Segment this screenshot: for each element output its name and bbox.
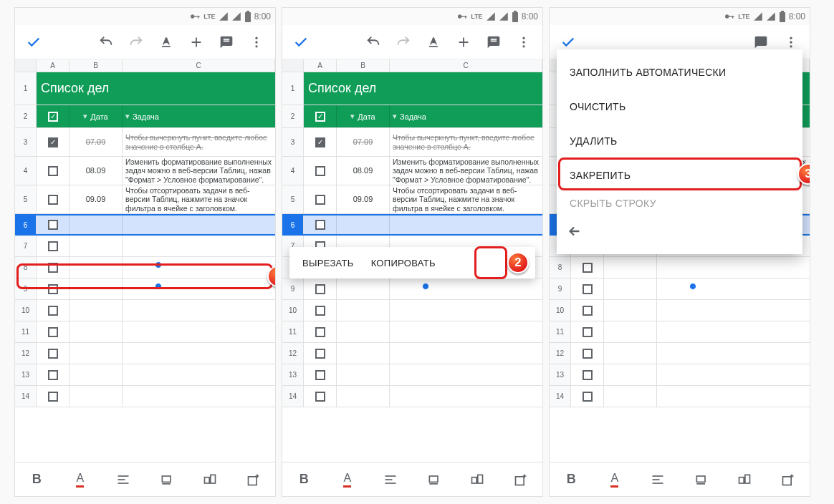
menu-freeze[interactable]: ЗАКРЕПИТЬ <box>557 158 802 193</box>
comment-button[interactable] <box>212 28 241 57</box>
menu-hide[interactable]: СКРЫТЬ СТРОКУ <box>557 193 802 214</box>
bold-button[interactable]: B <box>289 465 318 494</box>
checkbox-icon[interactable] <box>583 392 593 402</box>
checkbox-icon[interactable] <box>315 370 325 380</box>
checkbox-icon[interactable] <box>48 166 58 176</box>
overflow-button[interactable] <box>509 28 538 57</box>
col-c-header[interactable]: C <box>123 59 275 72</box>
spreadsheet[interactable]: A B C 1 Список дел 2 ✓ ▾Дата ▾Задача 3 ✓… <box>15 59 275 462</box>
checkbox-icon[interactable]: ✓ <box>48 137 58 147</box>
bold-button[interactable]: B <box>557 465 585 494</box>
table-row[interactable]: 12 <box>15 343 275 364</box>
table-row[interactable]: 7 <box>15 236 275 257</box>
fill-color-button[interactable] <box>153 465 181 494</box>
col-a-header[interactable]: A <box>37 59 70 72</box>
cut-button[interactable]: ВЫРЕЗАТЬ <box>295 258 361 268</box>
text-color-button[interactable]: A <box>333 465 362 494</box>
text-format-button[interactable] <box>152 28 181 57</box>
status-bar: LTE 8:00 <box>550 8 810 25</box>
insert-button[interactable] <box>239 465 268 494</box>
selection-handle-icon[interactable] <box>422 283 429 290</box>
add-button[interactable] <box>182 28 211 57</box>
checkbox-icon[interactable] <box>315 349 325 359</box>
align-button[interactable] <box>376 465 405 494</box>
redo-button[interactable] <box>122 28 150 57</box>
checkbox-icon[interactable] <box>48 220 58 230</box>
checkbox-icon[interactable] <box>583 370 593 380</box>
bold-button[interactable]: B <box>22 465 51 494</box>
signal2-icon <box>231 11 241 21</box>
menu-autofill[interactable]: ЗАПОЛНИТЬ АВТОМАТИЧЕСКИ <box>557 55 802 89</box>
merge-button[interactable] <box>463 465 492 494</box>
selection-handle-icon[interactable] <box>155 283 162 290</box>
title-row[interactable]: 1 Список дел <box>15 72 275 105</box>
checkbox-icon[interactable] <box>315 166 325 176</box>
checkbox-icon[interactable] <box>48 392 58 402</box>
checkbox-icon[interactable] <box>315 392 325 402</box>
fill-color-button[interactable] <box>420 465 449 494</box>
filter-icon[interactable]: ▾ <box>125 112 130 121</box>
checkbox-icon[interactable] <box>315 284 325 294</box>
svg-rect-36 <box>729 16 734 16</box>
checkbox-icon[interactable] <box>48 306 58 316</box>
undo-button[interactable] <box>92 28 120 57</box>
svg-rect-26 <box>385 483 396 484</box>
checkbox-icon[interactable] <box>583 349 593 359</box>
insert-button[interactable] <box>507 465 535 494</box>
selected-row[interactable]: 6 <box>15 214 275 236</box>
signal-icon <box>219 11 229 21</box>
comment-button[interactable] <box>479 28 508 57</box>
checkbox-icon[interactable] <box>583 263 593 273</box>
redo-button[interactable] <box>389 28 418 57</box>
checkbox-icon[interactable] <box>48 241 58 251</box>
checkbox-icon[interactable] <box>48 284 58 294</box>
table-row[interactable]: 13 <box>15 364 275 386</box>
table-row[interactable]: 8 <box>15 257 275 278</box>
text-color-button[interactable]: A <box>66 465 95 494</box>
table-row[interactable]: 9 <box>15 278 275 300</box>
table-row[interactable]: 3 ✓ 07.09 Чтобы вычеркнуть пункт, введит… <box>15 128 275 157</box>
checkbox-icon[interactable] <box>48 195 58 205</box>
selection-handle-icon[interactable] <box>155 261 162 268</box>
table-row[interactable]: 5 09.09 Чтобы отсортировать задачи в веб… <box>15 185 275 214</box>
checkbox-icon[interactable] <box>583 284 593 294</box>
overflow-button[interactable] <box>242 28 271 57</box>
merge-button[interactable] <box>730 465 759 494</box>
table-row[interactable]: 14 <box>15 386 275 407</box>
copy-button[interactable]: КОПИРОВАТЬ <box>364 258 443 268</box>
checkbox-icon[interactable] <box>48 327 58 337</box>
fill-color-button[interactable] <box>687 465 716 494</box>
checkbox-icon[interactable]: ✓ <box>315 137 325 147</box>
merge-button[interactable] <box>196 465 224 494</box>
checkbox-icon[interactable] <box>315 306 325 316</box>
insert-button[interactable] <box>774 465 802 494</box>
table-row[interactable]: 4 08.09 Изменить форматирование выполнен… <box>15 157 275 185</box>
checkbox-icon[interactable] <box>48 263 58 273</box>
menu-clear[interactable]: ОЧИСТИТЬ <box>557 89 802 124</box>
accept-button[interactable] <box>19 28 48 57</box>
checkbox-icon[interactable] <box>583 306 593 316</box>
selection-handle-icon[interactable] <box>689 283 696 290</box>
align-button[interactable] <box>109 465 138 494</box>
menu-delete[interactable]: УДАЛИТЬ <box>557 124 802 158</box>
checkbox-icon[interactable] <box>583 327 593 337</box>
table-row[interactable]: 11 <box>15 321 275 343</box>
add-button[interactable] <box>449 28 478 57</box>
undo-button[interactable] <box>359 28 388 57</box>
accept-button[interactable] <box>287 28 315 57</box>
text-format-button[interactable] <box>419 28 448 57</box>
checkbox-icon[interactable] <box>315 195 325 205</box>
col-b-header[interactable]: B <box>70 59 123 72</box>
back-button[interactable] <box>557 214 802 248</box>
table-row[interactable]: 10 <box>15 300 275 321</box>
text-color-button[interactable]: A <box>600 465 629 494</box>
svg-rect-1 <box>194 16 200 16</box>
checkbox-icon[interactable] <box>48 349 58 359</box>
checkbox-icon[interactable] <box>315 220 325 230</box>
header-row[interactable]: 2 ✓ ▾Дата ▾Задача <box>15 105 275 128</box>
align-button[interactable] <box>643 465 672 494</box>
checkbox-icon[interactable] <box>48 370 58 380</box>
filter-icon[interactable]: ▾ <box>83 112 87 121</box>
clock: 8:00 <box>789 11 805 21</box>
checkbox-icon[interactable] <box>315 327 325 337</box>
